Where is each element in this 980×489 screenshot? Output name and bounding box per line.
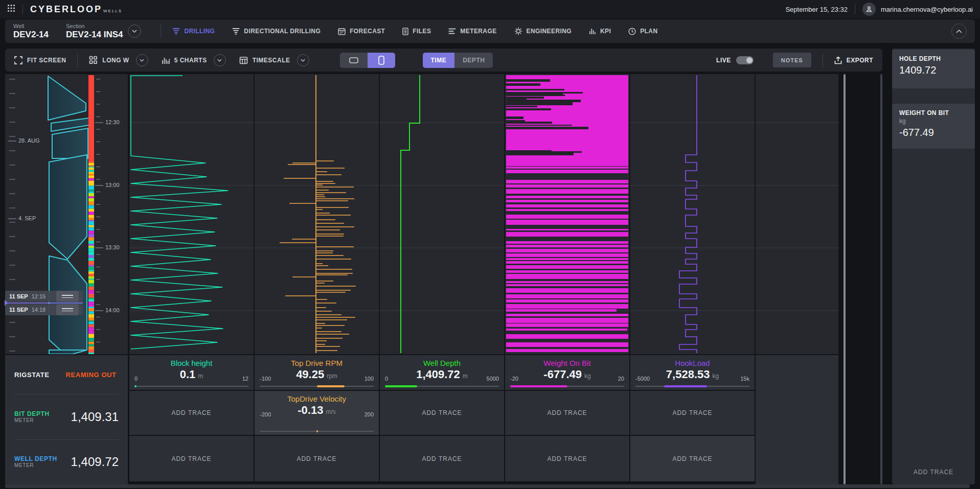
metric-max: 100 <box>364 376 374 382</box>
panel-edge <box>880 74 882 484</box>
tab-plan[interactable]: PLAN <box>628 28 657 35</box>
add-trace-button[interactable]: ADD TRACE <box>505 391 629 435</box>
metric-max: 12 <box>242 376 248 382</box>
trace-plot[interactable] <box>505 74 629 354</box>
trace-plot[interactable] <box>129 74 254 354</box>
apps-grid-icon[interactable] <box>7 4 15 14</box>
divider <box>823 53 823 67</box>
bit-depth-unit: METER <box>14 417 50 424</box>
export-button[interactable]: EXPORT <box>834 56 873 64</box>
bit-depth-value: 1,409.31 <box>71 410 119 424</box>
time-tick-label: 12:30 <box>105 119 120 125</box>
time-mode-button[interactable]: TIME <box>423 53 455 68</box>
divider <box>161 25 161 38</box>
horizontal-scrollbar[interactable] <box>5 484 970 488</box>
chevron-up-icon <box>956 30 962 33</box>
chart-column-well-depth: Well Depth 0 1,409.72m 5000 ADD TRACEADD… <box>380 74 504 484</box>
drag-handle-icon[interactable] <box>56 304 79 315</box>
metric-title: TopDrive Velocity <box>255 391 379 403</box>
empty-plot[interactable] <box>756 74 838 354</box>
timeline-panel: 28. AUG4. SEP12:3013:0013:3014:00 11 SEP… <box>5 74 128 484</box>
time-tick-label: 13:30 <box>105 244 120 250</box>
live-toggle[interactable] <box>736 56 754 64</box>
charts-icon <box>162 56 170 64</box>
add-trace-button[interactable]: ADD TRACE <box>630 391 755 435</box>
metric-title: Well Depth <box>380 355 504 367</box>
add-trace-button[interactable]: ADD TRACE <box>380 436 504 481</box>
user-email[interactable]: marina.chernova@cyberloop.ai <box>881 6 973 13</box>
add-trace-button[interactable]: ADD TRACE <box>380 391 504 435</box>
logo: CYBERLOOP WELLS <box>30 4 122 15</box>
range-end-marker[interactable]: 11 SEP14:18 <box>5 304 83 315</box>
well-depth-unit: METER <box>14 462 57 469</box>
metric-card-weight-on-bit[interactable]: Weight On Bit -20 -677.49kg 20 <box>505 355 629 390</box>
vertical-scrollbar[interactable] <box>844 74 846 484</box>
timeline-minimap[interactable]: 28. AUG4. SEP12:3013:0013:3014:00 11 SEP… <box>5 74 128 354</box>
chevron-down-icon[interactable] <box>214 54 226 66</box>
rigstate-label: RIGSTATE <box>14 371 50 379</box>
tab-drilling[interactable]: DRILLING <box>172 28 215 35</box>
add-trace-button[interactable]: ADD TRACE <box>129 436 254 481</box>
weight-on-bit-value: -677.49 <box>899 127 968 138</box>
chevron-down-icon[interactable] <box>297 54 309 66</box>
add-trace-button[interactable]: ADD TRACE <box>129 391 254 435</box>
metric-value: -677.49kg <box>505 368 629 381</box>
fit-screen-button[interactable]: FIT SCREEN <box>14 56 66 64</box>
metric-card-block-height[interactable]: Block height 0 0.1m 12 <box>129 355 254 390</box>
tab-directional-drilling[interactable]: DIRECTIONAL DRILLING <box>232 28 321 35</box>
metric-max: 200 <box>364 411 374 417</box>
range-line <box>5 302 83 304</box>
add-trace-button[interactable]: ADD TRACE <box>630 436 755 481</box>
section-selector[interactable]: Section DEV2-14 INS4 <box>66 23 142 39</box>
tab-engineering[interactable]: ENGINEERING <box>514 27 572 35</box>
metric-card-well-depth[interactable]: Well Depth 0 1,409.72m 5000 <box>380 355 504 390</box>
range-start-marker[interactable]: 11 SEP12:15 <box>5 291 83 302</box>
sidebar-add-trace-button[interactable]: ADD TRACE <box>892 469 975 476</box>
metric-title: HookLoad <box>630 355 755 367</box>
metric-scale-bar <box>510 386 624 387</box>
drag-handle-icon[interactable] <box>56 291 79 302</box>
well-label: Well <box>13 23 49 30</box>
portrait-orientation-button[interactable] <box>368 53 395 68</box>
tab-files[interactable]: FILES <box>402 28 431 35</box>
trace-plot[interactable] <box>255 74 379 354</box>
divider <box>855 4 855 14</box>
metric-scale-bar <box>134 386 248 387</box>
chevron-down-icon[interactable] <box>136 54 148 66</box>
notes-button[interactable]: NOTES <box>773 53 811 67</box>
metric-scale-bar <box>260 386 374 387</box>
timescale-dropdown[interactable]: TIMESCALE <box>239 54 309 66</box>
chart-count-dropdown[interactable]: 5 CHARTS <box>162 54 226 66</box>
tab-kpi[interactable]: KPI <box>589 28 611 35</box>
orientation-toggle <box>340 53 395 68</box>
collapse-panel-button[interactable] <box>951 24 967 39</box>
metric-title: Weight On Bit <box>505 355 629 367</box>
metric-card-topdrive-velocity[interactable]: TopDrive Velocity -200 -0.13m/s 200 <box>255 391 379 435</box>
metric-scale-bar <box>260 431 374 432</box>
status-panel: RIGSTATE REAMING OUT BIT DEPTH METER 1,4… <box>5 355 128 484</box>
nav-tabs: DRILLINGDIRECTIONAL DRILLINGFORECASTFILE… <box>172 27 657 35</box>
add-trace-button[interactable]: ADD TRACE <box>505 436 629 481</box>
well-selector[interactable]: Well DEV2-14 <box>13 23 49 39</box>
export-icon <box>834 56 842 64</box>
chart-columns: Block height 0 0.1m 12 ADD TRACEADD TRAC… <box>129 74 838 484</box>
landscape-orientation-button[interactable] <box>340 53 368 68</box>
tab-meterage[interactable]: METERAGE <box>448 28 496 35</box>
trace-plot[interactable] <box>380 74 504 354</box>
metric-card-top-drive-rpm[interactable]: Top Drive RPM -100 49.25rpm 100 <box>255 355 379 390</box>
section-value: DEV2-14 INS4 <box>66 30 123 39</box>
context-bar: Well DEV2-14 Section DEV2-14 INS4 DRILLI… <box>5 19 975 43</box>
layout-dropdown[interactable]: LONG W <box>89 54 148 66</box>
user-avatar[interactable] <box>862 3 876 16</box>
well-value: DEV2-14 <box>13 30 49 39</box>
tab-forecast[interactable]: FORECAST <box>338 28 385 35</box>
add-trace-button[interactable]: ADD TRACE <box>255 436 379 481</box>
metric-card-hookload[interactable]: HookLoad -5000 7,528.53kg 15k <box>630 355 755 390</box>
chart-column-top-drive-rpm: Top Drive RPM -100 49.25rpm 100 TopDrive… <box>255 74 379 484</box>
section-chevron-down-icon[interactable] <box>128 25 141 38</box>
portrait-icon <box>378 56 384 65</box>
logo-suffix: WELLS <box>103 9 122 13</box>
depth-mode-button[interactable]: DEPTH <box>454 53 493 68</box>
trace-plot[interactable] <box>630 74 755 354</box>
weight-on-bit-label: WEIGHT ON BIT <box>899 109 968 117</box>
